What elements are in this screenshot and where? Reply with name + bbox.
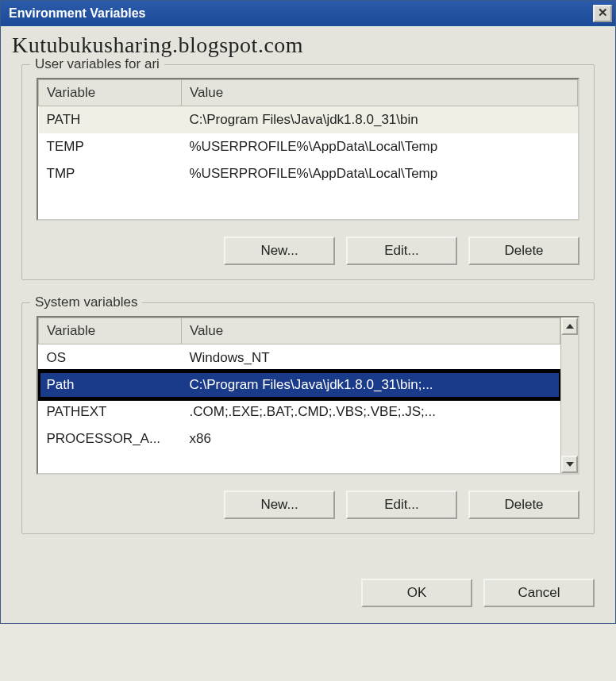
column-header-variable[interactable]: Variable — [39, 318, 182, 344]
scrollbar[interactable] — [560, 317, 578, 473]
cell-value: C:\Program Files\Java\jdk1.8.0_31\bin — [182, 106, 578, 134]
system-edit-button[interactable]: Edit... — [346, 491, 457, 519]
table-row[interactable]: PATHEXT .COM;.EXE;.BAT;.CMD;.VBS;.VBE;.J… — [39, 398, 560, 425]
system-new-button[interactable]: New... — [224, 491, 335, 519]
cell-variable: PATH — [39, 106, 182, 134]
close-icon: ✕ — [598, 6, 608, 19]
table-header-row: Variable Value — [39, 318, 560, 344]
column-header-value[interactable]: Value — [182, 80, 578, 106]
cell-variable: PROCESSOR_A... — [39, 425, 182, 452]
user-buttons-row: New... Edit... Delete — [37, 237, 579, 265]
user-new-button[interactable]: New... — [224, 237, 335, 265]
table-row[interactable]: TEMP %USERPROFILE%\AppData\Local\Temp — [39, 133, 578, 160]
user-edit-button[interactable]: Edit... — [346, 237, 457, 265]
system-variables-group: System variables Variable Value — [21, 302, 595, 534]
user-variables-table[interactable]: Variable Value PATH C:\Program Files\Jav… — [37, 78, 579, 221]
close-button[interactable]: ✕ — [593, 5, 612, 22]
system-buttons-row: New... Edit... Delete — [37, 491, 579, 519]
titlebar[interactable]: Environment Variables ✕ — [1, 1, 615, 26]
dialog-content: User variables for ari Variable Value PA… — [1, 61, 615, 572]
window-title: Environment Variables — [9, 6, 146, 21]
table-header-row: Variable Value — [39, 80, 578, 106]
table-row[interactable]: OS Windows_NT — [39, 344, 560, 372]
user-variables-label: User variables for ari — [30, 56, 164, 72]
cell-variable: PATHEXT — [39, 398, 182, 425]
chevron-down-icon — [566, 462, 574, 467]
system-variables-label: System variables — [30, 294, 142, 310]
table-row[interactable]: Path C:\Program Files\Java\jdk1.8.0_31\b… — [39, 371, 560, 398]
scroll-down-button[interactable] — [561, 456, 578, 473]
table-row[interactable]: PROCESSOR_A... x86 — [39, 425, 560, 452]
column-header-variable[interactable]: Variable — [39, 80, 182, 106]
chevron-up-icon — [566, 324, 574, 329]
system-variables-table[interactable]: Variable Value OS Windows_NT Path — [37, 316, 579, 475]
table-row[interactable]: TMP %USERPROFILE%\AppData\Local\Temp — [39, 160, 578, 187]
user-variables-group: User variables for ari Variable Value PA… — [21, 64, 595, 280]
cell-value: %USERPROFILE%\AppData\Local\Temp — [182, 133, 578, 160]
cell-value: x86 — [182, 425, 560, 452]
column-header-value[interactable]: Value — [182, 318, 560, 344]
system-delete-button[interactable]: Delete — [468, 491, 579, 519]
cell-value: %USERPROFILE%\AppData\Local\Temp — [182, 160, 578, 187]
cell-variable: TMP — [39, 160, 182, 187]
cell-value: .COM;.EXE;.BAT;.CMD;.VBS;.VBE;.JS;... — [182, 398, 560, 425]
ok-button[interactable]: OK — [361, 579, 472, 607]
table-row[interactable]: PATH C:\Program Files\Java\jdk1.8.0_31\b… — [39, 106, 578, 134]
cell-variable: TEMP — [39, 133, 182, 160]
dialog-buttons-row: OK Cancel — [1, 572, 615, 623]
cell-variable: OS — [39, 344, 182, 372]
cell-value: Windows_NT — [182, 344, 560, 372]
cell-variable: Path — [39, 371, 182, 398]
user-delete-button[interactable]: Delete — [468, 237, 579, 265]
cell-value: C:\Program Files\Java\jdk1.8.0_31\bin;..… — [182, 371, 560, 398]
environment-variables-dialog: Environment Variables ✕ Kutubukusharing.… — [0, 0, 616, 624]
cancel-button[interactable]: Cancel — [483, 579, 595, 607]
scroll-up-button[interactable] — [561, 317, 578, 335]
